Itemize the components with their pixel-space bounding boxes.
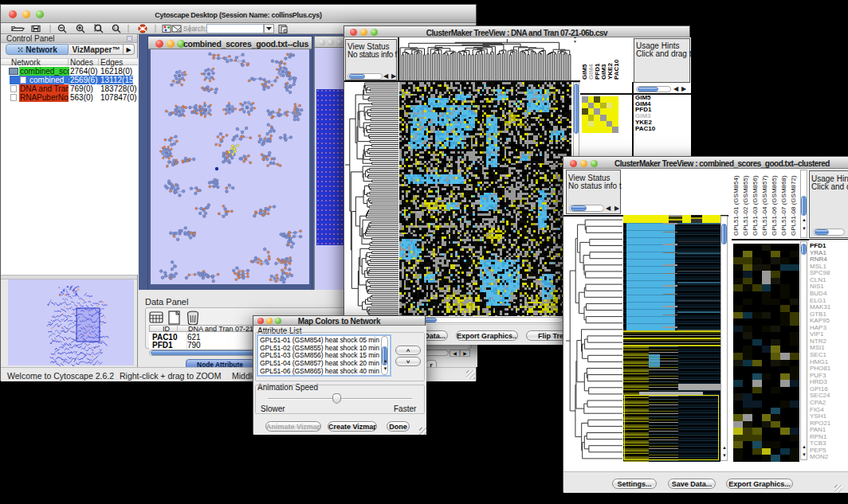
svg-text:Search:: Search:	[183, 25, 206, 33]
svg-text:GPL51-04 (GSM857): GPL51-04 (GSM857)	[761, 175, 768, 236]
svg-text:GPL51-02 (GSM855): GPL51-02 (GSM855)	[742, 175, 749, 236]
svg-text:GPL51-08 (GSM872): GPL51-08 (GSM872)	[790, 175, 797, 236]
svg-text:GPL51-06 (GSM865): GPL51-06 (GSM865)	[771, 175, 778, 236]
svg-text:1:1: 1:1	[114, 26, 120, 30]
svg-text:GPL51-03 (GSM856): GPL51-03 (GSM856)	[752, 175, 759, 236]
svg-text:PAC10: PAC10	[613, 59, 620, 80]
svg-text:GPL51-07 (GSM868): GPL51-07 (GSM868)	[780, 175, 787, 236]
svg-text:GPL51-01 (GSM854): GPL51-01 (GSM854)	[732, 175, 740, 236]
